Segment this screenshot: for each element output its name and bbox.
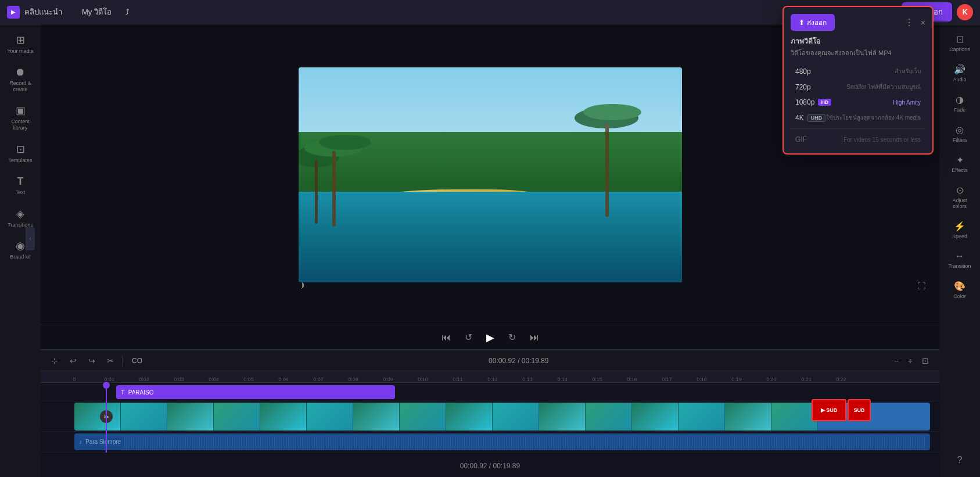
frame-15 — [725, 403, 771, 431]
frame-6 — [307, 403, 353, 431]
timeline-timecode: 00:00.92 / 00:19.89 — [489, 357, 548, 365]
video-track-row: ✂ — [41, 401, 939, 432]
skip-forward-button[interactable]: ⏭ — [527, 330, 541, 345]
text-clip[interactable]: T PARAISO — [116, 385, 395, 399]
timeline-tool-magnet[interactable]: ⊹ — [48, 354, 62, 367]
audio-clip[interactable]: ♪ Para Siempre — [74, 433, 930, 450]
gif-note: For videos 15 seconds or less — [843, 137, 921, 143]
subscribe-badge-2: SUB — [848, 399, 871, 421]
gif-option[interactable]: GIF For videos 15 seconds or less — [791, 132, 925, 146]
quality-option-720p[interactable]: 720p Smaller ไฟล์ที่มีความสมบูรณ์ — [791, 80, 925, 94]
skip-back-button[interactable]: ⏮ — [439, 330, 453, 345]
adjust-colors-icon: ⊙ — [956, 185, 964, 196]
frame-10 — [493, 403, 539, 431]
sidebar-item-templates[interactable]: ⊡ Templates — [3, 138, 38, 168]
quality-note-720p: Smaller ไฟล์ที่มีความสมบูรณ์ — [846, 83, 921, 91]
hd-badge: HD — [818, 99, 831, 106]
subscribe-badge-1: ▶ SUB — [812, 399, 846, 421]
frame-9 — [446, 403, 493, 431]
frame-4 — [214, 403, 260, 431]
transition-icon: ↔ — [955, 251, 964, 261]
quality-option-480p[interactable]: 480p สำหรับเว็บ — [791, 64, 925, 78]
templates-icon: ⊡ — [16, 143, 25, 156]
right-sidebar-item-fade[interactable]: ◑ Fade — [942, 89, 977, 117]
avatar[interactable]: K — [957, 4, 973, 20]
sidebar-item-content-library[interactable]: ▣ Contentlibrary — [3, 99, 38, 136]
timeline-text-indicator: CO — [127, 357, 147, 365]
right-sidebar-item-color[interactable]: 🎨 Color — [942, 276, 977, 304]
right-sidebar-item-effects[interactable]: ✦ Effects — [942, 150, 977, 178]
speed-icon: ⚡ — [954, 221, 965, 232]
right-sidebar: ⊡ Captions 🔊 Audio ◑ Fade ◎ Filters ✦ Ef… — [939, 24, 980, 477]
quality-divider — [791, 128, 925, 129]
export-popup-scroll-up[interactable]: ⋮ — [904, 17, 914, 28]
track-rows: T PARAISO ▶ SUB SUB — [41, 383, 939, 453]
timeline: ⊹ ↩ ↪ ✂ CO 00:00.92 / 00:19.89 − + ⊡ — [41, 349, 939, 477]
audio-waveform — [124, 436, 925, 448]
right-sidebar-item-filters[interactable]: ◎ Filters — [942, 120, 977, 148]
sidebar-label-record-create: Record &create — [9, 80, 31, 93]
sidebar-item-text[interactable]: T Text — [3, 171, 38, 200]
svg-rect-3 — [332, 151, 336, 227]
timeline-tool-redo[interactable]: ↪ — [85, 354, 99, 367]
video-clip[interactable]: ✂ — [74, 403, 930, 431]
subscribe-thumbnails: ▶ SUB SUB — [812, 399, 871, 421]
text-track-row: T PARAISO — [41, 383, 939, 401]
playhead[interactable] — [106, 383, 107, 453]
frame-12 — [586, 403, 632, 431]
video-controls: ⏮ ↺ ▶ ↻ ⏭ 00:00.92 / 00:19.89 — [41, 325, 939, 349]
frame-16 — [771, 403, 818, 431]
magic-resize-button[interactable]: ⟭ — [299, 278, 308, 293]
sidebar-item-record-create[interactable]: ⏺ Record &create — [3, 62, 38, 98]
frame-11 — [539, 403, 586, 431]
right-sidebar-item-speed[interactable]: ⚡ Speed — [942, 216, 977, 244]
effects-icon: ✦ — [956, 155, 964, 166]
svg-rect-4 — [315, 160, 318, 224]
topbar-nav: My วิดีโอ ⤴ — [76, 3, 135, 20]
rewind-5s-button[interactable]: ↺ — [462, 329, 475, 345]
frame-3 — [167, 403, 214, 431]
filters-icon: ◎ — [956, 124, 964, 135]
palm-trees-right-svg — [560, 89, 653, 217]
sidebar-label-content-library: Contentlibrary — [11, 119, 30, 131]
svg-point-2 — [319, 135, 371, 150]
topbar-nav-share-icon[interactable]: ⤴ — [120, 5, 135, 19]
video-frames — [74, 403, 818, 431]
quality-option-4k[interactable]: 4K UHD ใช้ประโยชน์สูงสุดจากกล้อง 4K medi… — [791, 110, 925, 125]
right-sidebar-item-adjust-colors[interactable]: ⊙ Adjustcolors — [942, 180, 977, 214]
frame-8 — [400, 403, 446, 431]
export-popup-upload-icon: ⬆ — [799, 19, 805, 27]
frame-14 — [679, 403, 725, 431]
play-button[interactable]: ▶ — [484, 329, 497, 346]
video-preview — [299, 67, 682, 282]
right-sidebar-item-help[interactable]: ? — [942, 450, 977, 470]
sidebar-label-templates: Templates — [8, 157, 32, 164]
zoom-out-button[interactable]: − — [891, 354, 902, 367]
forward-5s-button[interactable]: ↻ — [506, 329, 518, 345]
palm-trees-svg — [299, 110, 415, 227]
sidebar-item-your-media[interactable]: ⊞ Your media — [3, 29, 38, 59]
topbar-logo[interactable]: ▶ คลิปแนะนำ — [7, 6, 62, 19]
zoom-fit-button[interactable]: ⊡ — [918, 354, 932, 367]
export-popup-close[interactable]: × — [921, 18, 925, 27]
right-sidebar-item-transition[interactable]: ↔ Transition — [942, 246, 977, 274]
export-popup-button[interactable]: ⬆ ส่งออก — [791, 14, 835, 31]
timeline-tool-undo[interactable]: ↩ — [66, 354, 80, 367]
timeline-zoom-controls: − + ⊡ — [891, 354, 932, 367]
gif-label: GIF — [795, 135, 807, 144]
frame-7 — [353, 403, 400, 431]
quality-option-1080p[interactable]: 1080p HD High Amity — [791, 95, 925, 109]
right-sidebar-item-captions[interactable]: ⊡ Captions — [942, 29, 977, 57]
sidebar-collapse-handle[interactable]: ‹ — [26, 227, 35, 250]
video-background — [299, 67, 682, 282]
zoom-in-button[interactable]: + — [904, 354, 916, 367]
record-create-icon: ⏺ — [15, 66, 26, 78]
sidebar-label-brand-kit: Brand kit — [10, 254, 31, 260]
topbar-nav-my-video[interactable]: My วิดีโอ — [76, 3, 117, 20]
captions-icon: ⊡ — [956, 34, 964, 45]
fullscreen-button[interactable]: ⛶ — [915, 279, 928, 293]
frame-13 — [632, 403, 679, 431]
right-sidebar-item-audio[interactable]: 🔊 Audio — [942, 59, 977, 87]
timeline-tool-cut[interactable]: ✂ — [103, 354, 117, 367]
export-popup-title: ภาพวิดีโอ — [791, 35, 925, 46]
